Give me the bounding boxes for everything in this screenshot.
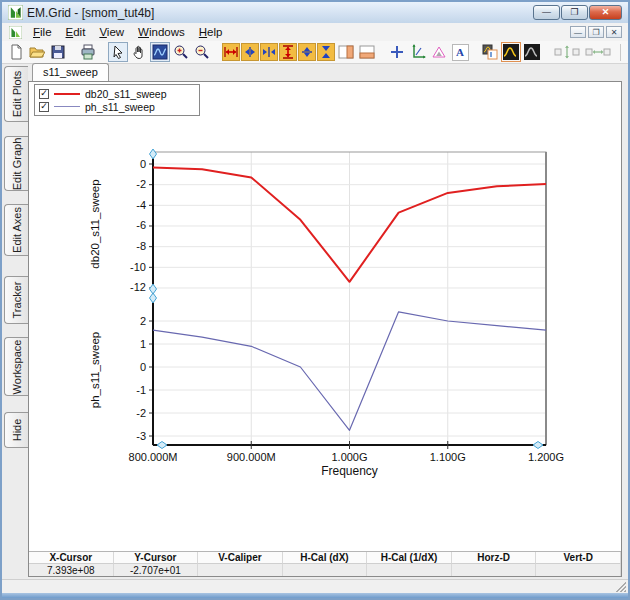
mdi-minimize-button[interactable]: — bbox=[570, 26, 586, 38]
caliper-button[interactable] bbox=[408, 42, 428, 62]
close-button[interactable]: ✕ bbox=[589, 5, 622, 20]
value-v-caliper bbox=[198, 564, 283, 576]
curve-edit-button[interactable] bbox=[501, 42, 521, 62]
legend-label-ph: ph_s11_sweep bbox=[85, 101, 155, 113]
minimize-button[interactable]: — bbox=[533, 5, 560, 20]
y-axis-label: ph_s11_sweep bbox=[89, 332, 101, 409]
h-spacing-button[interactable] bbox=[583, 42, 613, 62]
text-label-button[interactable]: A bbox=[450, 42, 470, 62]
x-tick-label: 1.000G bbox=[331, 451, 367, 463]
trace-select-button[interactable] bbox=[150, 42, 170, 62]
v-grow-button[interactable] bbox=[298, 43, 316, 61]
h-spacing-icon bbox=[584, 44, 612, 60]
sidetab-tracker[interactable]: Tracker bbox=[4, 276, 28, 324]
crosshair-button[interactable] bbox=[387, 42, 407, 62]
marker-button[interactable] bbox=[429, 42, 449, 62]
chart-gridlines bbox=[153, 152, 546, 445]
text-label-icon: A bbox=[452, 44, 469, 61]
title-bar[interactable]: EM.Grid - [smom_tut4b] — ❐ ✕ bbox=[2, 2, 628, 23]
v-shrink-button[interactable] bbox=[317, 43, 335, 61]
sidetab-edit-plots[interactable]: Edit Plots bbox=[4, 66, 28, 122]
open-button[interactable] bbox=[27, 42, 47, 62]
legend-checkbox-ph[interactable]: ✓ bbox=[39, 102, 49, 112]
pan-button[interactable] bbox=[129, 42, 149, 62]
value-y-cursor: -2.707e+01 bbox=[114, 564, 199, 576]
h-shrink-button[interactable] bbox=[260, 43, 278, 61]
value-vert-d bbox=[536, 564, 621, 576]
status-bar bbox=[2, 579, 628, 594]
toolbar: A Layout bbox=[2, 41, 628, 64]
header-x-cursor: X-Cursor bbox=[29, 552, 114, 564]
h-expand-arrows-icon bbox=[224, 45, 238, 59]
menu-file[interactable]: File bbox=[26, 25, 59, 39]
legend: ✓ db20_s11_sweep ✓ ph_s11_sweep bbox=[34, 84, 200, 116]
x-tick-label: 1.100G bbox=[430, 451, 466, 463]
header-horz-d: Horz-D bbox=[452, 552, 537, 564]
v-expand-button[interactable] bbox=[279, 43, 297, 61]
h-grow-button[interactable] bbox=[241, 43, 259, 61]
axis-handle[interactable] bbox=[157, 442, 167, 449]
plot-canvas: 0-2-4-6-8-10-12db20_s11_sweep210-1-2-3ph… bbox=[28, 81, 622, 577]
svg-text:-12: -12 bbox=[130, 281, 146, 293]
header-h-cal-dx: H-Cal (dX) bbox=[283, 552, 368, 564]
resize-grip[interactable] bbox=[616, 582, 626, 592]
tab-s11-sweep[interactable]: s11_sweep bbox=[32, 63, 109, 81]
save-button[interactable] bbox=[48, 42, 68, 62]
header-h-cal-1dx: H-Cal (1/dX) bbox=[367, 552, 452, 564]
pane-horizontal-button[interactable] bbox=[357, 42, 377, 62]
cursor-arrow-icon bbox=[110, 44, 126, 60]
sidetab-workspace[interactable]: Workspace bbox=[4, 337, 28, 396]
app-window: EM.Grid - [smom_tut4b] — ❐ ✕ File Edit V… bbox=[0, 0, 630, 600]
legend-line-red bbox=[54, 93, 80, 95]
menu-edit[interactable]: Edit bbox=[59, 25, 93, 39]
restore-button[interactable]: ❐ bbox=[561, 5, 588, 20]
legend-row-ph: ✓ ph_s11_sweep bbox=[39, 100, 195, 113]
window-title: EM.Grid - [smom_tut4b] bbox=[27, 6, 154, 20]
x-tick-label: 900.000M bbox=[227, 451, 276, 463]
zoom-out-button[interactable] bbox=[192, 42, 212, 62]
mdi-restore-button[interactable]: ❐ bbox=[588, 26, 604, 38]
x-tick-label: 1.200G bbox=[528, 451, 564, 463]
app-logo-icon bbox=[8, 5, 23, 20]
menu-view[interactable]: View bbox=[92, 25, 131, 39]
header-vert-d: Vert-D bbox=[536, 552, 621, 564]
save-floppy-icon bbox=[50, 44, 66, 60]
document-logo-icon bbox=[9, 26, 22, 39]
svg-text:-2: -2 bbox=[136, 407, 146, 419]
v-spacing-button[interactable] bbox=[552, 42, 582, 62]
new-button[interactable] bbox=[6, 42, 26, 62]
cursor-table-values: 7.393e+08 -2.707e+01 bbox=[29, 564, 621, 576]
mdi-close-button[interactable]: ✕ bbox=[606, 26, 622, 38]
axis-handle[interactable] bbox=[533, 442, 543, 449]
value-h-cal-1dx bbox=[367, 564, 452, 576]
v-grow-arrows-icon bbox=[300, 45, 314, 59]
sidetab-edit-graph[interactable]: Edit Graph bbox=[4, 136, 28, 191]
layout-button[interactable]: Layout bbox=[614, 43, 630, 62]
axis-handle[interactable] bbox=[150, 293, 157, 303]
value-h-cal-dx bbox=[283, 564, 368, 576]
crosshair-icon bbox=[389, 44, 405, 60]
legend-line-blue bbox=[54, 106, 80, 107]
curve-view-icon bbox=[524, 44, 540, 60]
h-grow-arrows-icon bbox=[243, 45, 257, 59]
menu-windows[interactable]: Windows bbox=[131, 25, 192, 39]
print-button[interactable] bbox=[78, 42, 98, 62]
axis-handle[interactable] bbox=[150, 149, 157, 159]
zoom-in-button[interactable] bbox=[171, 42, 191, 62]
svg-text:-6: -6 bbox=[136, 219, 146, 231]
select-button[interactable] bbox=[108, 42, 128, 62]
svg-text:2: 2 bbox=[140, 315, 146, 327]
menu-help[interactable]: Help bbox=[192, 25, 230, 39]
copy-plot-button[interactable] bbox=[480, 42, 500, 62]
legend-checkbox-db20[interactable]: ✓ bbox=[39, 89, 49, 99]
curve-view-button[interactable] bbox=[522, 42, 542, 62]
hand-icon bbox=[131, 44, 147, 60]
h-expand-button[interactable] bbox=[222, 43, 240, 61]
chart[interactable]: 0-2-4-6-8-10-12db20_s11_sweep210-1-2-3ph… bbox=[29, 82, 623, 551]
sidetab-hide[interactable]: Hide bbox=[4, 412, 28, 448]
value-x-cursor: 7.393e+08 bbox=[29, 564, 114, 576]
sidetab-edit-axes[interactable]: Edit Axes bbox=[4, 204, 28, 256]
header-v-caliper: V-Caliper bbox=[198, 552, 283, 564]
cursor-table: X-Cursor Y-Cursor V-Caliper H-Cal (dX) H… bbox=[29, 551, 621, 575]
pane-vertical-button[interactable] bbox=[336, 42, 356, 62]
